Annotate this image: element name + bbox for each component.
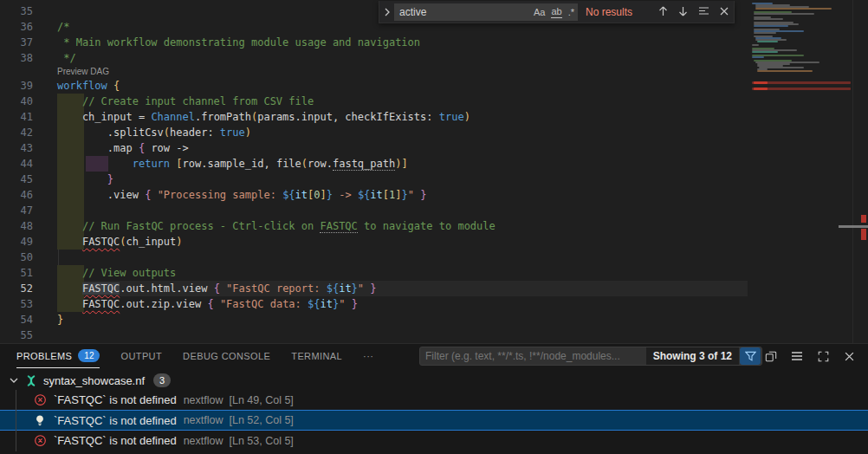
line-number[interactable]: 45 (0, 172, 33, 187)
code-text: workflow { (57, 78, 120, 94)
code-line-45[interactable]: 45 } (0, 172, 868, 187)
code-line-53[interactable]: 53 FASTQC.out.zip.view { "FastQC data: $… (0, 296, 868, 312)
match-case-icon[interactable]: Aa (534, 6, 545, 18)
line-number[interactable]: 44 (0, 156, 33, 172)
tab-debug-console[interactable]: DEBUG CONSOLE (183, 345, 270, 368)
find-widget: Aa ab .* No results (379, 1, 735, 23)
previous-match-icon[interactable] (658, 6, 668, 18)
code-line-54[interactable]: 54} (0, 312, 868, 328)
line-number[interactable]: 36 (0, 19, 33, 35)
code-text: } (57, 172, 113, 187)
problem-row[interactable]: `FASTQC` is not definednextflow[Ln 52, C… (0, 410, 868, 431)
find-results-count: No results (586, 6, 632, 18)
code-lines: 3536/*37 * Main workflow demonstrating m… (0, 3, 868, 343)
line-number[interactable]: 38 (0, 50, 33, 66)
tab-output[interactable]: OUTPUT (120, 345, 162, 368)
line-number[interactable]: 54 (0, 312, 33, 328)
toggle-replace-icon[interactable] (379, 1, 394, 23)
line-number[interactable]: 39 (0, 78, 33, 94)
line-number[interactable]: 41 (0, 109, 33, 125)
file-group-row[interactable]: syntax_showcase.nf 3 (0, 371, 868, 390)
code-line-44[interactable]: 44 return [row.sample_id, file(row.fastq… (0, 156, 868, 172)
filter-input[interactable] (420, 350, 646, 362)
panel-actions (764, 344, 856, 368)
file-problem-count-badge: 3 (153, 373, 171, 387)
code-text: // Create input channel from CSV file (57, 94, 314, 109)
vscode-window: 3536/*37 * Main workflow demonstrating m… (0, 0, 868, 454)
panel-header: PROBLEMS12OUTPUTDEBUG CONSOLETERMINAL···… (0, 344, 868, 368)
problem-source: nextflow (184, 414, 223, 426)
error-marker (861, 215, 866, 223)
problem-source: nextflow (184, 394, 223, 406)
problem-source: nextflow (184, 435, 223, 447)
find-input[interactable] (399, 6, 528, 18)
line-number[interactable]: 40 (0, 94, 33, 109)
find-in-selection-icon[interactable] (698, 6, 709, 17)
close-panel-icon[interactable] (842, 349, 856, 363)
code-line-52[interactable]: 52 FASTQC.out.html.view { "FastQC report… (0, 281, 868, 296)
code-editor[interactable]: 3536/*37 * Main workflow demonstrating m… (0, 0, 868, 343)
line-number[interactable]: 55 (0, 328, 33, 343)
code-text: return [row.sample_id, file(row.fastq_pa… (57, 156, 408, 172)
line-number[interactable]: 52 (0, 281, 33, 296)
code-line-46[interactable]: 46 .view { "Processing sample: ${it[0]} … (0, 187, 868, 203)
code-line-43[interactable]: 43 .map { row -> (0, 140, 868, 156)
line-number[interactable]: 47 (0, 203, 33, 218)
filter-icon[interactable] (740, 347, 761, 365)
maximize-panel-icon[interactable] (816, 349, 830, 363)
next-match-icon[interactable] (678, 6, 688, 18)
code-text: FASTQC(ch_input) (57, 234, 183, 250)
error-icon (33, 393, 47, 407)
code-line-49[interactable]: 49 FASTQC(ch_input) (0, 234, 868, 250)
problem-rows: `FASTQC` is not definednextflow[Ln 49, C… (0, 390, 868, 451)
line-number[interactable]: 51 (0, 265, 33, 281)
code-text: ch_input = Channel.fromPath(params.input… (57, 109, 470, 125)
code-line-55[interactable]: 55 (0, 328, 868, 343)
code-line-40[interactable]: 40 // Create input channel from CSV file (0, 94, 868, 109)
error-marker (861, 229, 866, 240)
problems-tree: syntax_showcase.nf 3 `FASTQC` is not def… (0, 368, 868, 451)
line-number[interactable]: 43 (0, 140, 33, 156)
code-text: FASTQC.out.html.view { "FastQC report: $… (57, 281, 377, 296)
chevron-down-icon[interactable] (7, 373, 21, 387)
tab-terminal[interactable]: TERMINAL (291, 345, 342, 368)
overview-ruler[interactable] (852, 0, 868, 343)
tab-problems[interactable]: PROBLEMS12 (16, 345, 100, 368)
problem-message: `FASTQC` is not defined (54, 393, 177, 406)
whole-word-icon[interactable]: ab (551, 5, 561, 18)
file-name: syntax_showcase.nf (43, 374, 145, 387)
code-text: .map { row -> (57, 140, 189, 156)
code-line-51[interactable]: 51 // View outputs (0, 265, 868, 281)
problem-position: [Ln 52, Col 5] (229, 414, 293, 426)
more-tabs-icon[interactable]: ··· (363, 345, 373, 368)
problems-panel: PROBLEMS12OUTPUTDEBUG CONSOLETERMINAL···… (0, 343, 868, 454)
line-number[interactable]: 42 (0, 125, 33, 140)
indent-highlight (57, 203, 84, 218)
code-text: .splitCsv(header: true) (57, 125, 251, 140)
code-line-37[interactable]: 37 * Main workflow demonstrating module … (0, 35, 868, 50)
line-number[interactable]: 53 (0, 296, 33, 312)
code-line-50[interactable]: 50 (0, 250, 868, 265)
line-number[interactable]: 46 (0, 187, 33, 203)
code-line-41[interactable]: 41 ch_input = Channel.fromPath(params.in… (0, 109, 868, 125)
problem-message: `FASTQC` is not defined (54, 414, 177, 427)
line-number[interactable]: 37 (0, 35, 33, 50)
code-line-48[interactable]: 48 // Run FastQC process - Ctrl-click on… (0, 218, 868, 234)
line-number[interactable]: 49 (0, 234, 33, 250)
code-line-38[interactable]: 38 */ (0, 50, 868, 66)
close-find-icon[interactable] (720, 6, 729, 17)
line-number[interactable]: 35 (0, 3, 33, 19)
line-number[interactable]: 50 (0, 250, 33, 265)
code-line-39[interactable]: 39workflow { (0, 78, 868, 94)
code-text: /* (57, 19, 69, 35)
problem-row[interactable]: `FASTQC` is not definednextflow[Ln 53, C… (0, 431, 868, 451)
problem-row[interactable]: `FASTQC` is not definednextflow[Ln 49, C… (0, 390, 868, 410)
line-number[interactable]: 48 (0, 218, 33, 234)
minimap[interactable] (750, 0, 853, 343)
view-as-table-icon[interactable] (790, 349, 804, 363)
regex-icon[interactable]: .* (568, 6, 574, 18)
collapse-all-icon[interactable] (764, 349, 778, 363)
code-line-42[interactable]: 42 .splitCsv(header: true) (0, 125, 868, 140)
code-line-47[interactable]: 47 (0, 203, 868, 218)
codelens-preview-dag[interactable]: Preview DAG (0, 66, 868, 78)
